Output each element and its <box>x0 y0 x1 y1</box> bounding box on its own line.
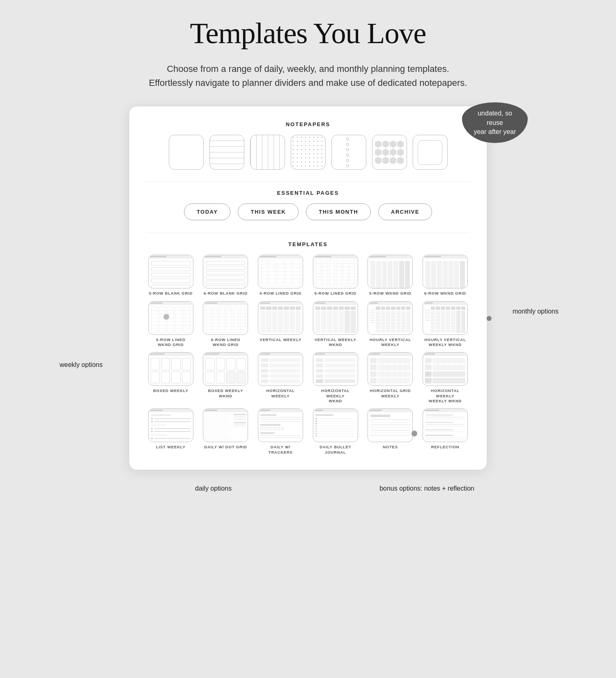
notepaper-grid[interactable] <box>250 135 285 170</box>
annotation-bonus-options: bonus options: notes + reflection <box>379 485 474 492</box>
template-vertical-weekly-wknd: VERTICAL WEEKLYWKND <box>310 301 361 348</box>
template-hourly-vertical-wknd: HOURLY VERTICALWEEKLY WKND <box>420 301 470 348</box>
notepaper-dot[interactable] <box>291 135 326 170</box>
template-5row-lined: 5-ROW LINED GRID <box>255 255 306 296</box>
template-hourly-vertical: HOURLY VERTICALWEEKLY <box>365 301 416 348</box>
annotation-weekly-options: weekly options <box>60 361 103 369</box>
template-boxed-weekly: BOXED WEEKLY <box>146 352 196 404</box>
dot-notes <box>411 431 417 436</box>
btn-this-month[interactable]: THIS MONTH <box>306 203 371 220</box>
notepaper-corner[interactable] <box>413 135 448 170</box>
template-reflection: REFLECTION <box>420 408 470 455</box>
template-vertical-weekly: VERTICAL WEEKLY <box>255 301 306 348</box>
planner-container: undated, so reuseyear after year monthly… <box>129 106 487 470</box>
annotation-monthly-options: monthly options <box>513 308 559 315</box>
template-daily-trackers: DAILY W/ TRACKERS <box>255 408 306 455</box>
template-5row-blank: 5-ROW BLANK GRID <box>146 255 196 296</box>
template-horizontal-weekly: HORIZONTALWEEKLY <box>255 352 306 404</box>
template-list-weekly: LIST WEEKLY <box>146 408 196 455</box>
template-6row-lined-wknd: 6-ROW LINEDWKND GRID <box>201 301 251 348</box>
template-daily-dot-grid: DAILY W/ DOT GRID <box>201 408 251 455</box>
template-horiz-grid-weekly-wknd: HORIZONTAL WEEKLYWEEKLY WKND <box>420 352 470 404</box>
notepaper-hex[interactable] <box>372 135 407 170</box>
template-daily-bullet: DAILY BULLETJOURNAL <box>310 408 361 455</box>
templates-grid: 5-ROW BLANK GRID 6-ROW BLANK GRID <box>146 255 470 455</box>
essential-buttons-row: TODAY THIS WEEK THIS MONTH ARCHIVE <box>146 203 470 220</box>
template-5row-wknd: 5-ROW WKND GRID <box>365 255 416 296</box>
notepaper-lined[interactable] <box>209 135 244 170</box>
template-notes: NOTES <box>365 408 416 455</box>
page-subtitle: Choose from a range of daily, weekly, an… <box>149 62 467 90</box>
btn-archive[interactable]: ARCHIVE <box>378 203 432 220</box>
notepaper-row <box>146 135 470 170</box>
template-5row-lined-wknd: 5-ROW LINEDWKND GRID <box>146 301 196 348</box>
section-templates-label: TEMPLATES <box>146 241 470 247</box>
template-horiz-grid-weekly: HORIZONTAL GRIDWEEKLY <box>365 352 416 404</box>
section-notepapers-label: NOTEPAPERS <box>146 121 470 127</box>
btn-today[interactable]: TODAY <box>184 203 231 220</box>
template-horizontal-weekly-wknd: HORIZONTAL WEEKLYWKND <box>310 352 361 404</box>
planner-card: NOTEPAPERS <box>129 106 487 470</box>
template-6row-wknd: 6-ROW WKND GRID <box>420 255 470 296</box>
annotation-daily-options: daily options <box>195 485 232 492</box>
notepaper-bulleted[interactable] <box>331 135 366 170</box>
template-6row-lined: 6-ROW LINED GRID <box>310 255 361 296</box>
btn-this-week[interactable]: THIS WEEK <box>238 203 299 220</box>
template-6row-blank: 6-ROW BLANK GRID <box>201 255 251 296</box>
section-essential-label: ESSENTIAL PAGES <box>146 190 470 196</box>
template-boxed-weekly-wknd: BOXED WEEKLYWKND <box>201 352 251 404</box>
notepaper-blank[interactable] <box>169 135 204 170</box>
dot-monthly <box>487 316 492 321</box>
page-title: Templates You Love <box>190 16 426 51</box>
